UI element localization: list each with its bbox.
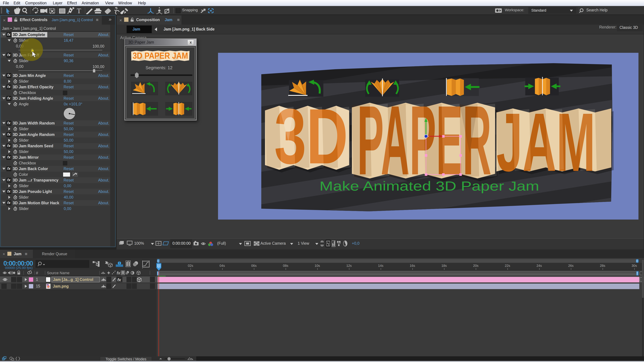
svg-text:fx: fx xyxy=(117,271,120,275)
svg-text:#: # xyxy=(36,271,38,275)
svg-text:Make Animated 3D Paper Jam: Make Animated 3D Paper Jam xyxy=(320,179,539,193)
svg-text:Source Name: Source Name xyxy=(47,271,70,275)
svg-text:T: T xyxy=(77,7,81,15)
svg-text:fx: fx xyxy=(118,278,121,282)
svg-text:3D PAPER JAM: 3D PAPER JAM xyxy=(133,51,188,60)
